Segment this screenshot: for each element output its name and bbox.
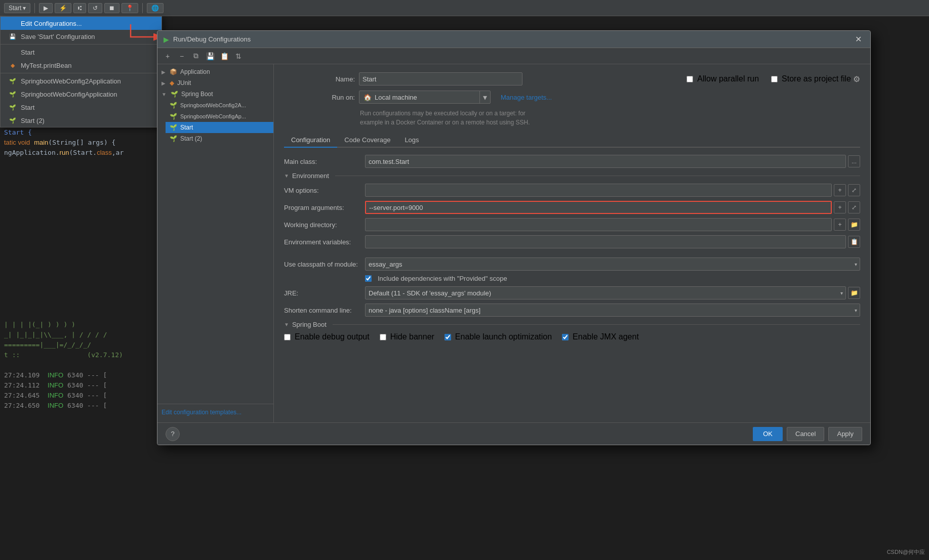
- copy-config-btn[interactable]: ⧉: [190, 50, 202, 62]
- vm-options-input[interactable]: [365, 184, 832, 197]
- sort-config-btn[interactable]: ⇅: [232, 50, 245, 62]
- program-args-wrap: + ⤢: [365, 201, 860, 214]
- dropdown-app1[interactable]: 🌱 SpringbootWebConfig2Application: [1, 74, 161, 88]
- springboot-icon: 🌱: [171, 91, 178, 98]
- run-on-dropdown[interactable]: 🏠 Local machine ▾: [359, 91, 491, 104]
- start3-icon: 🌱: [9, 116, 17, 124]
- dropdown-start3[interactable]: 🌱 Start (2): [1, 114, 161, 127]
- bookmark-btn[interactable]: 📍: [122, 3, 138, 13]
- classpath-select[interactable]: essay_args: [365, 257, 860, 271]
- tab-code-coverage[interactable]: Code Coverage: [337, 133, 397, 148]
- env-edit-btn[interactable]: 📋: [848, 236, 860, 248]
- hide-banner-label: Hide banner: [390, 332, 434, 341]
- include-deps-checkbox[interactable]: [365, 275, 372, 282]
- debug-btn[interactable]: ⚡: [55, 3, 71, 13]
- start-dropdown[interactable]: Start ▾: [4, 3, 30, 13]
- main-class-input-wrap: ...: [365, 155, 860, 168]
- junit-label: JUnit: [177, 79, 191, 87]
- mytest-label: MyTest.printBean: [21, 62, 71, 69]
- allow-parallel-check-label: Allow parallel run: [686, 74, 759, 83]
- translate-btn[interactable]: 🌐: [147, 3, 164, 13]
- program-args-row: Program arguments: + ⤢: [284, 201, 860, 214]
- allow-parallel-label: Allow parallel run: [697, 74, 759, 83]
- apply-btn[interactable]: Apply: [828, 427, 862, 441]
- help-btn[interactable]: ?: [166, 427, 180, 441]
- toolbar-separator: [34, 3, 35, 13]
- sidebar-item-app1[interactable]: 🌱 SpringbootWebConfig2A...: [166, 100, 273, 111]
- dialog-footer: ? OK Cancel Apply: [157, 422, 870, 445]
- reload-btn[interactable]: ↺: [88, 3, 102, 13]
- store-project-checkbox[interactable]: [771, 76, 778, 82]
- add-config-btn[interactable]: +: [161, 50, 174, 62]
- app1-icon: 🌱: [9, 77, 17, 85]
- sidebar-item-start-selected[interactable]: 🌱 Start: [166, 122, 273, 133]
- store-project-settings-icon[interactable]: ⚙: [853, 74, 860, 84]
- program-args-label: Program arguments:: [284, 204, 365, 211]
- save-config-btn[interactable]: 💾: [204, 50, 216, 62]
- vm-expand-btn[interactable]: +: [834, 184, 846, 196]
- program-args-input[interactable]: [365, 201, 832, 214]
- enable-launch-checkbox[interactable]: [445, 334, 451, 340]
- sb-chevron: ▼: [284, 322, 289, 327]
- sidebar-item-junit[interactable]: ▶ ◆ JUnit: [157, 77, 273, 89]
- springboot-chevron: ▼: [161, 92, 167, 97]
- hint-text: Run configurations may be executed local…: [360, 109, 860, 127]
- start2-icon: 🌱: [9, 103, 17, 111]
- start-label2: Start: [21, 49, 34, 56]
- app1-sb-icon: 🌱: [170, 102, 177, 109]
- remove-config-btn[interactable]: −: [176, 50, 188, 62]
- stop-btn[interactable]: ⏹: [104, 3, 119, 13]
- env-vars-label: Environment variables:: [284, 238, 365, 246]
- working-dir-input[interactable]: [365, 218, 832, 231]
- sidebar-item-application[interactable]: ▶ 📦 Application: [157, 66, 273, 77]
- springboot-label: Spring Boot: [181, 91, 213, 98]
- allow-parallel-checkbox[interactable]: [686, 76, 693, 82]
- ok-btn[interactable]: OK: [753, 427, 783, 441]
- environment-section: ▼ Environment: [284, 172, 860, 180]
- dir-browse-btn[interactable]: 📁: [848, 219, 860, 231]
- sidebar-item-spring-boot[interactable]: ▼ 🌱 Spring Boot: [157, 89, 273, 100]
- run-btn[interactable]: ▶: [39, 3, 53, 13]
- dropdown-sep2: [1, 73, 161, 73]
- run-debug-dialog: ▶ Run/Debug Configurations ✕ + − ⧉ 💾 📋 ⇅…: [157, 30, 871, 445]
- vm-fullscreen-btn[interactable]: ⤢: [848, 184, 860, 196]
- junit-icon: ◆: [170, 79, 174, 87]
- working-dir-wrap: + 📁: [365, 218, 860, 231]
- env-vars-input[interactable]: [365, 235, 846, 248]
- cancel-btn[interactable]: Cancel: [787, 427, 824, 441]
- sidebar-item-start2[interactable]: 🌱 Start (2): [166, 133, 273, 144]
- watermark: CSDN@何中应: [887, 548, 925, 556]
- tab-logs-label: Logs: [405, 136, 419, 144]
- args-expand-btn[interactable]: +: [834, 201, 846, 213]
- enable-debug-checkbox[interactable]: [284, 334, 291, 340]
- dir-expand-btn[interactable]: +: [834, 219, 846, 231]
- jre-browse-btn[interactable]: 📁: [848, 287, 860, 299]
- share-config-btn[interactable]: 📋: [218, 50, 230, 62]
- dropdown-start2[interactable]: 🌱 Start: [1, 101, 161, 114]
- profile-btn[interactable]: ⑆: [73, 3, 86, 13]
- dropdown-start[interactable]: Start: [1, 46, 161, 59]
- enable-jmx-checkbox[interactable]: [562, 334, 569, 340]
- hide-banner-checkbox[interactable]: [380, 334, 386, 340]
- name-label: Name:: [284, 75, 355, 83]
- dialog-close-btn[interactable]: ✕: [852, 33, 864, 46]
- sidebar-item-app2[interactable]: 🌱 SpringbootWebConfigAp...: [166, 111, 273, 122]
- jre-select-wrap: Default (11 - SDK of 'essay_args' module…: [365, 286, 846, 299]
- manage-targets-link[interactable]: Manage targets...: [501, 94, 552, 101]
- dropdown-mytest[interactable]: ◆ MyTest.printBean: [1, 59, 161, 72]
- app-chevron: ▶: [161, 69, 166, 75]
- tab-configuration[interactable]: Configuration: [284, 133, 337, 148]
- jre-select[interactable]: Default (11 - SDK of 'essay_args' module…: [365, 286, 846, 299]
- tab-logs[interactable]: Logs: [397, 133, 426, 148]
- args-fullscreen-btn[interactable]: ⤢: [848, 201, 860, 213]
- shorten-select[interactable]: none - java [options] className [args]: [365, 304, 860, 317]
- dialog-body: ▶ 📦 Application ▶ ◆ JUnit ▼ 🌱 Spring Boo…: [157, 64, 870, 422]
- main-class-browse-btn[interactable]: ...: [848, 155, 860, 167]
- save-label: Save 'Start' Configuration: [21, 33, 95, 40]
- name-input[interactable]: [359, 72, 522, 85]
- main-class-input[interactable]: [365, 155, 846, 168]
- edit-templates-link[interactable]: Edit configuration templates...: [161, 409, 241, 416]
- shorten-wrap: none - java [options] className [args] ▾: [365, 304, 860, 317]
- dropdown-app2[interactable]: 🌱 SpringbootWebConfigApplication: [1, 88, 161, 101]
- run-on-row: Run on: 🏠 Local machine ▾ Manage targets…: [284, 91, 860, 104]
